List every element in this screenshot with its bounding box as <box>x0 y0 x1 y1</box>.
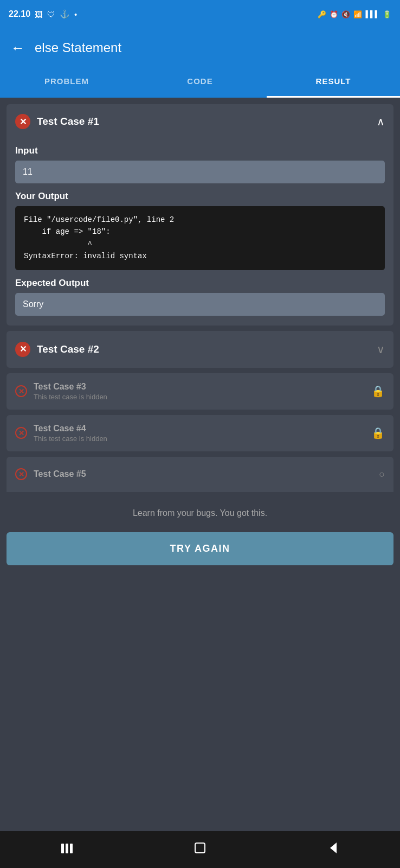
status-right: 🔑 ⏰ 🔇 📶 ▌▌▌ 🔋 <box>318 10 391 18</box>
test-case-2-header[interactable]: ✕ Test Case #2 ∨ <box>7 331 393 368</box>
nav-icon: ⚓ <box>60 9 70 19</box>
test-case-2-card: ✕ Test Case #2 ∨ <box>7 331 393 368</box>
nav-home-icon[interactable] <box>192 840 208 856</box>
fail-icon-4: ✕ <box>15 427 27 439</box>
fail-icon-1: ✕ <box>15 114 30 129</box>
svg-rect-1 <box>66 844 68 853</box>
test-case-4-subtitle: This test case is hidden <box>34 435 365 443</box>
try-again-button[interactable]: TRY AGAIN <box>7 532 393 565</box>
lock-icon-3: 🔒 <box>371 385 385 398</box>
tab-code[interactable]: CODE <box>133 67 267 97</box>
motivational-text: Learn from your bugs. You got this. <box>7 497 393 525</box>
alarm-icon: ⏰ <box>330 10 338 18</box>
test-case-4-row[interactable]: ✕ Test Case #4 This test case is hidden … <box>7 415 393 451</box>
signal-icon: ▌▌▌ <box>365 10 379 18</box>
main-content: ✕ Test Case #1 ∧ Input 11 Your Output Fi… <box>0 98 400 831</box>
tab-problem[interactable]: PROBLEM <box>0 67 133 97</box>
status-bar: 22.10 🖼 🛡 ⚓ • 🔑 ⏰ 🔇 📶 ▌▌▌ 🔋 <box>0 0 400 28</box>
fail-icon-3: ✕ <box>15 385 27 397</box>
test-case-1-card: ✕ Test Case #1 ∧ Input 11 Your Output Fi… <box>7 104 393 326</box>
test-case-1-title: Test Case #1 <box>37 116 370 127</box>
svg-rect-2 <box>70 844 73 853</box>
test-case-5-row[interactable]: ✕ Test Case #5 ○ <box>7 457 393 492</box>
shield-icon: 🛡 <box>47 10 55 19</box>
svg-rect-3 <box>195 843 205 853</box>
your-output-value: File "/usercode/file0.py", line 2 if age… <box>15 206 385 270</box>
expected-output-value: Sorry <box>15 293 385 316</box>
fail-icon-2: ✕ <box>15 342 30 357</box>
test-case-1-header[interactable]: ✕ Test Case #1 ∧ <box>7 104 393 136</box>
test-case-5-title: Test Case #5 <box>34 469 86 479</box>
test-case-1-body: Input 11 Your Output File "/usercode/fil… <box>7 136 393 326</box>
nav-recents-icon[interactable] <box>59 840 74 856</box>
key-icon: 🔑 <box>318 10 326 18</box>
photo-icon: 🖼 <box>35 10 43 19</box>
wifi-icon: 📶 <box>353 10 362 18</box>
tab-result[interactable]: RESULT <box>267 67 400 97</box>
tab-bar: PROBLEM CODE RESULT <box>0 67 400 98</box>
chevron-up-icon: ∧ <box>377 115 385 128</box>
page-title: else Statement <box>35 40 121 55</box>
top-bar: ← else Statement <box>0 28 400 67</box>
lock-icon-4: 🔒 <box>371 426 385 439</box>
battery-icon: 🔋 <box>383 10 391 18</box>
test-case-4-title: Test Case #4 <box>34 424 365 433</box>
your-output-label: Your Output <box>15 191 385 202</box>
chevron-down-icon-2: ∨ <box>377 343 385 356</box>
dot-indicator: • <box>74 10 77 19</box>
test-case-2-title: Test Case #2 <box>37 343 370 355</box>
test-case-4-info: Test Case #4 This test case is hidden <box>34 424 365 443</box>
svg-marker-4 <box>330 843 337 853</box>
test-case-3-row[interactable]: ✕ Test Case #3 This test case is hidden … <box>7 373 393 410</box>
nav-back-icon[interactable] <box>326 840 341 856</box>
expected-output-label: Expected Output <box>15 278 385 289</box>
circle-icon-5: ○ <box>379 469 385 480</box>
input-value: 11 <box>15 161 385 183</box>
status-left: 22.10 🖼 🛡 ⚓ • <box>9 9 77 19</box>
test-case-3-subtitle: This test case is hidden <box>34 393 365 401</box>
back-button[interactable]: ← <box>11 40 25 56</box>
input-label: Input <box>15 145 385 156</box>
fail-icon-5: ✕ <box>15 468 27 480</box>
test-case-3-title: Test Case #3 <box>34 382 365 392</box>
bottom-nav <box>0 831 400 868</box>
svg-rect-0 <box>61 844 64 853</box>
mute-icon: 🔇 <box>341 10 350 18</box>
test-case-3-info: Test Case #3 This test case is hidden <box>34 382 365 401</box>
status-time: 22.10 <box>9 9 30 19</box>
